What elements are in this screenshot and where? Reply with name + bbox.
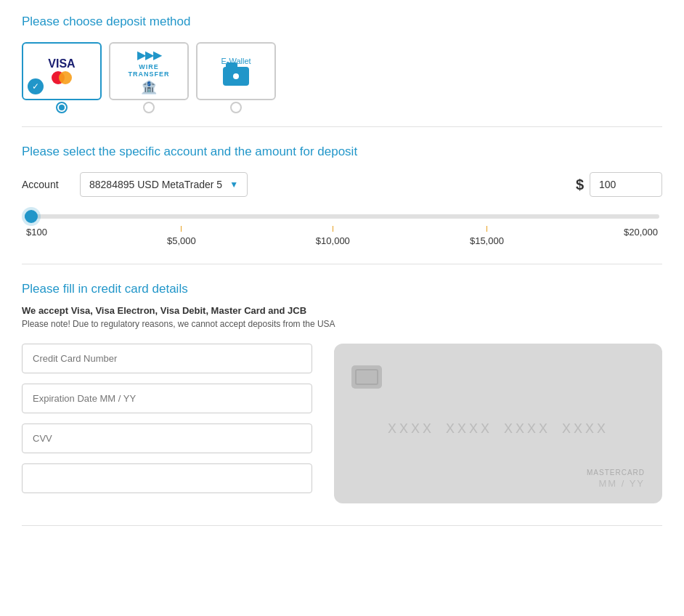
extra-field-input[interactable] — [22, 463, 312, 493]
account-amount-row: Account 88284895 USD MetaTrader 5 ▼ $ — [22, 172, 662, 197]
card-number-display: XXXX XXXX XXXX XXXX — [351, 421, 645, 437]
method-card-wire[interactable]: ▶▶▶ WIRETRANSFER 🏦 — [109, 42, 189, 100]
card-number-input[interactable] — [22, 344, 312, 373]
slider-tick-0: $100 — [26, 226, 47, 246]
wallet-dot — [233, 73, 239, 79]
tick-label-0: $100 — [26, 227, 47, 238]
dollar-sign-icon: $ — [576, 177, 584, 193]
slider-tick-4: $20,000 — [624, 226, 658, 246]
slider-ticks: $100 $5,000 $10,000 $15,000 $20,000 — [25, 226, 659, 246]
deposit-method-title: Please choose deposit method — [22, 15, 662, 29]
wallet-flap — [226, 62, 237, 68]
method-card-visa[interactable]: VISA ✓ — [22, 42, 102, 100]
section-divider-2 — [22, 264, 662, 264]
amount-section: $ — [576, 172, 662, 197]
tick-mark-3 — [486, 226, 487, 232]
tick-label-4: $20,000 — [624, 227, 658, 238]
wire-transfer-icon: ▶▶▶ WIRETRANSFER 🏦 — [129, 48, 170, 95]
cvv-input[interactable] — [22, 423, 312, 453]
ewallet-radio-dot[interactable] — [230, 102, 242, 113]
expiry-date-input[interactable] — [22, 384, 312, 413]
tick-mark-2 — [333, 226, 333, 232]
card-fields-container — [22, 344, 312, 493]
accepted-cards-text: We accept Visa, Visa Electron, Visa Debi… — [22, 305, 662, 316]
wire-radio-dot[interactable] — [143, 102, 155, 113]
mc-yellow-circle — [59, 71, 72, 84]
tick-label-1: $5,000 — [167, 235, 196, 246]
card-chip-inner — [355, 369, 378, 385]
card-network-label: MASTERCARD — [587, 469, 645, 477]
visa-text: VISA — [48, 58, 75, 70]
card-expiry-display: MM / YY — [598, 478, 645, 489]
method-card-ewallet[interactable]: E-Wallet — [196, 42, 276, 100]
wire-bank-icon: 🏦 — [141, 79, 157, 95]
card-chip-icon — [351, 365, 382, 389]
slider-thumb[interactable] — [25, 210, 38, 223]
amount-input[interactable] — [590, 172, 662, 197]
card-form-area: XXXX XXXX XXXX XXXX MASTERCARD MM / YY — [22, 344, 662, 503]
wire-arrows-icon: ▶▶▶ — [137, 48, 161, 62]
mastercard-circles — [52, 71, 72, 84]
slider-tick-2: $10,000 — [316, 226, 350, 246]
account-section-title: Please select the specific account and t… — [22, 145, 662, 159]
wire-label: WIRETRANSFER — [129, 63, 170, 78]
tick-label-3: $15,000 — [470, 235, 504, 246]
selected-checkmark: ✓ — [28, 78, 44, 94]
card-visual: XXXX XXXX XXXX XXXX MASTERCARD MM / YY — [334, 344, 662, 503]
slider-tick-1: $5,000 — [167, 226, 196, 246]
credit-card-section-title: Please fill in credit card details — [22, 282, 662, 296]
dropdown-arrow-icon: ▼ — [229, 179, 238, 190]
usa-notice-text: Please note! Due to regulatory reasons, … — [22, 319, 662, 329]
account-select-value: 88284895 USD MetaTrader 5 — [89, 179, 222, 190]
ewallet-icon: E-Wallet — [221, 57, 251, 86]
slider-track[interactable] — [25, 214, 659, 219]
visa-radio-dot[interactable] — [56, 102, 68, 113]
wallet-shape — [223, 67, 249, 86]
amount-slider-container: $100 $5,000 $10,000 $15,000 $20,000 — [22, 214, 662, 246]
section-divider-1 — [22, 126, 662, 127]
card-bottom: MASTERCARD MM / YY — [351, 469, 645, 489]
tick-mark-1 — [181, 226, 182, 232]
slider-tick-3: $15,000 — [470, 226, 504, 246]
tick-label-2: $10,000 — [316, 235, 350, 246]
visa-mc-icon: VISA — [48, 58, 75, 84]
deposit-methods-container: VISA ✓ ▶▶▶ WIRETRANSFER 🏦 E-Wallet — [22, 42, 662, 100]
bottom-divider — [22, 525, 662, 526]
account-select-dropdown[interactable]: 88284895 USD MetaTrader 5 ▼ — [80, 172, 248, 197]
account-label: Account — [22, 179, 65, 190]
